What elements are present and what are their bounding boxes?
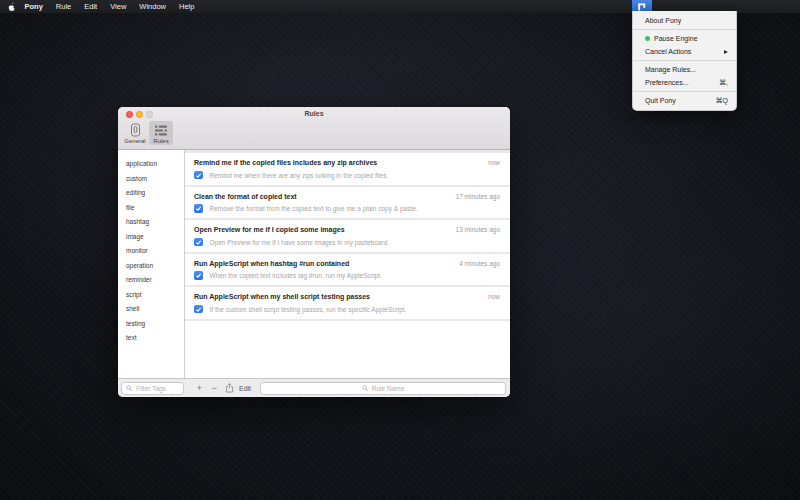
rule-enabled-checkbox[interactable]: [194, 238, 203, 247]
rule-description: If the custom shell script testing passe…: [210, 305, 407, 314]
rule-row[interactable]: Open Preview for me if I copied some ima…: [185, 220, 510, 254]
quit-shortcut: ⌘Q: [716, 97, 728, 105]
rule-description: Remind me when there are any zips lurkin…: [210, 171, 389, 180]
search-icon: [362, 385, 369, 392]
sidebar-tag[interactable]: monitor: [126, 244, 184, 259]
rule-row[interactable]: Remind me if the copied files includes a…: [185, 153, 510, 187]
menubar-item-edit[interactable]: Edit: [78, 0, 104, 13]
menu-item-about-pony[interactable]: About Pony: [633, 14, 736, 27]
preferences-shortcut: ⌘,: [719, 79, 728, 87]
rule-title: Remind me if the copied files includes a…: [194, 158, 480, 167]
menu-separator: [633, 29, 736, 30]
sidebar-tag[interactable]: image: [126, 230, 184, 245]
add-tag-button[interactable]: +: [192, 382, 207, 395]
menu-item-quit-pony[interactable]: Quit Pony ⌘Q: [633, 94, 736, 107]
search-icon: [126, 385, 133, 392]
rule-enabled-checkbox[interactable]: [194, 305, 203, 314]
rule-name-search-field[interactable]: Rule Name: [260, 382, 506, 395]
rule-title: Clean the format of copied text: [194, 192, 448, 201]
menubar-item-view[interactable]: View: [104, 0, 133, 13]
rule-description: Remove the format from the copied text t…: [210, 204, 418, 213]
sidebar-tag[interactable]: editing: [126, 186, 184, 201]
rule-title: Run AppleScript when hashtag #run contai…: [194, 259, 451, 268]
toolbar-tab-rules[interactable]: Rules: [149, 121, 173, 145]
rule-name-placeholder: Rule Name: [372, 385, 405, 392]
rule-enabled-checkbox[interactable]: [194, 171, 203, 180]
rule-time: now: [488, 159, 500, 166]
menubar-item-help[interactable]: Help: [173, 0, 201, 13]
tag-sidebar: application custom editing file hashtag …: [118, 150, 185, 378]
rule-description: When the copied text includes tag #run, …: [210, 271, 382, 280]
rule-enabled-checkbox[interactable]: [194, 204, 203, 213]
rule-time: 13 minutes ago: [456, 226, 500, 233]
window-content: application custom editing file hashtag …: [118, 150, 510, 378]
rule-time: 4 minutes ago: [459, 260, 500, 267]
menu-item-manage-rules[interactable]: Manage Rules...: [633, 63, 736, 76]
rule-row[interactable]: Clean the format of copied text 17 minut…: [185, 187, 510, 221]
sidebar-tag[interactable]: text: [126, 331, 184, 346]
sidebar-tag[interactable]: file: [126, 201, 184, 216]
filter-tags-field[interactable]: Filter Tags: [121, 382, 184, 395]
rule-description: Open Preview for me if I have some image…: [210, 238, 390, 247]
rule-list: Remind me if the copied files includes a…: [185, 150, 510, 378]
menu-item-preferences[interactable]: Preferences... ⌘,: [633, 76, 736, 89]
rule-time: 17 minutes ago: [456, 193, 500, 200]
sidebar-tag[interactable]: hashtag: [126, 215, 184, 230]
filter-tags-placeholder: Filter Tags: [136, 385, 166, 392]
action-share-button[interactable]: [222, 383, 236, 393]
sidebar-tag[interactable]: reminder: [126, 273, 184, 288]
toolbar-tab-label: Rules: [153, 138, 168, 144]
rule-time: now: [488, 293, 500, 300]
menubar-item-window[interactable]: Window: [133, 0, 173, 13]
bottom-bar: Filter Tags + − Edit Rule Name: [118, 378, 510, 397]
general-switch-icon: [129, 123, 142, 137]
sidebar-tag[interactable]: shell: [126, 302, 184, 317]
window-title: Rules: [118, 110, 510, 117]
window-toolbar: General Rules: [123, 121, 173, 145]
pony-status-menu: About Pony Pause Engine Cancel Actions M…: [632, 11, 737, 111]
sidebar-tag[interactable]: script: [126, 288, 184, 303]
rule-title: Open Preview for me if I copied some ima…: [194, 225, 448, 234]
menu-separator: [633, 91, 736, 92]
sidebar-tag[interactable]: custom: [126, 172, 184, 187]
sidebar-tag[interactable]: application: [126, 157, 184, 172]
submenu-arrow-icon: [724, 50, 728, 54]
window-header[interactable]: Rules General: [118, 107, 510, 150]
rules-list-icon: [154, 123, 168, 137]
toolbar-tab-label: General: [124, 138, 145, 144]
menubar-item-pony[interactable]: Pony: [18, 0, 49, 13]
rule-row[interactable]: Run AppleScript when hashtag #run contai…: [185, 254, 510, 288]
menubar-item-rule[interactable]: Rule: [49, 0, 77, 13]
rule-row[interactable]: Run AppleScript when my shell script tes…: [185, 287, 510, 321]
remove-tag-button[interactable]: −: [207, 382, 222, 395]
apple-menu-icon[interactable]: [0, 2, 18, 11]
menu-separator: [633, 60, 736, 61]
rule-enabled-checkbox[interactable]: [194, 271, 203, 280]
edit-button[interactable]: Edit: [239, 385, 251, 392]
rule-title: Run AppleScript when my shell script tes…: [194, 292, 480, 301]
desktop: Pony Rule Edit View Window Help About Po…: [0, 0, 800, 500]
menu-item-cancel-actions[interactable]: Cancel Actions: [633, 45, 736, 58]
toolbar-tab-general[interactable]: General: [123, 121, 147, 145]
engine-running-dot-icon: [645, 36, 650, 41]
sidebar-tag[interactable]: testing: [126, 317, 184, 332]
share-icon: [225, 383, 234, 393]
sidebar-tag[interactable]: operation: [126, 259, 184, 274]
menu-item-pause-engine[interactable]: Pause Engine: [633, 32, 736, 45]
rules-window: Rules General: [118, 107, 510, 397]
